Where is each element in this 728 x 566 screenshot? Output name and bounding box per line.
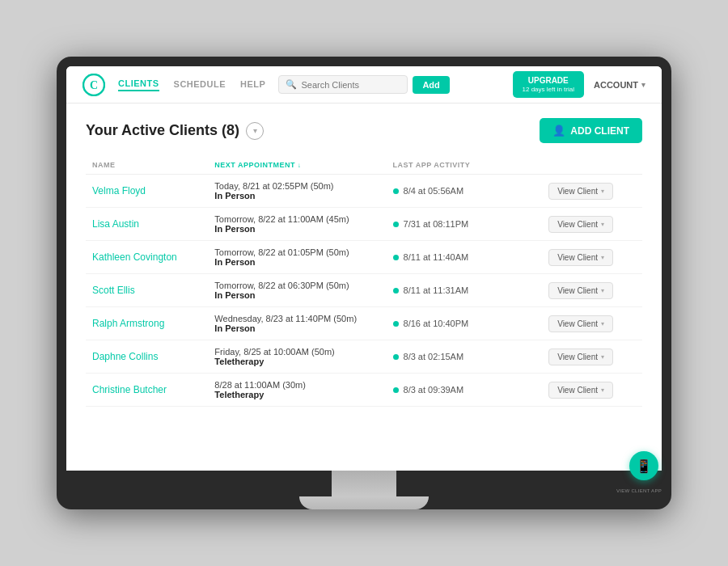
client-name-link[interactable]: Velma Floyd bbox=[92, 185, 146, 196]
activity-dot bbox=[393, 255, 399, 260]
appointment-type: In Person bbox=[214, 257, 379, 267]
view-client-label: View Client bbox=[557, 187, 598, 196]
view-client-button[interactable]: View Client ▾ bbox=[548, 249, 613, 266]
action-cell: View Client ▾ bbox=[542, 175, 642, 208]
action-cell: View Client ▾ bbox=[542, 208, 642, 241]
search-container: 🔍 bbox=[278, 75, 408, 94]
appointment-type: Teletherapy bbox=[214, 390, 379, 399]
nav-clients[interactable]: CLIENTS bbox=[118, 78, 159, 91]
col-header-activity: LAST APP ACTIVITY bbox=[387, 156, 543, 175]
nav-help[interactable]: HELP bbox=[240, 79, 265, 91]
col-header-action bbox=[542, 156, 642, 175]
view-client-label: View Client bbox=[557, 253, 598, 262]
main-content: Your Active Clients (8) ▾ 👤 ADD CLIENT N… bbox=[66, 103, 662, 471]
client-name-link[interactable]: Daphne Collins bbox=[92, 351, 158, 362]
table-row: Daphne Collins Friday, 8/25 at 10:00AM (… bbox=[86, 340, 642, 374]
search-icon: 🔍 bbox=[286, 79, 297, 90]
activity-time: 8/3 at 09:39AM bbox=[404, 385, 464, 395]
appointment-cell: 8/28 at 11:00AM (30m) Teletherapy bbox=[208, 374, 386, 407]
monitor-stand-base bbox=[299, 496, 429, 509]
activity-time: 8/4 at 05:56AM bbox=[404, 186, 464, 196]
page-header: Your Active Clients (8) ▾ 👤 ADD CLIENT bbox=[86, 118, 642, 143]
table-row: Ralph Armstrong Wednesday, 8/23 at 11:40… bbox=[86, 307, 642, 340]
activity-cell: 8/11 at 11:31AM bbox=[387, 274, 543, 307]
view-client-button[interactable]: View Client ▾ bbox=[548, 183, 613, 200]
client-name-link[interactable]: Ralph Armstrong bbox=[92, 318, 164, 329]
activity-dot bbox=[393, 354, 399, 360]
view-client-button[interactable]: View Client ▾ bbox=[548, 382, 613, 399]
action-cell: View Client ▾ bbox=[542, 274, 642, 307]
table-row: Scott Ellis Tomorrow, 8/22 at 06:30PM (5… bbox=[86, 274, 642, 307]
view-client-button[interactable]: View Client ▾ bbox=[548, 348, 613, 365]
view-client-chevron-icon: ▾ bbox=[601, 320, 604, 327]
activity-cell: 7/31 at 08:11PM bbox=[387, 208, 543, 241]
view-client-chevron-icon: ▾ bbox=[601, 287, 604, 294]
view-client-button[interactable]: View Client ▾ bbox=[548, 282, 613, 299]
activity-dot bbox=[393, 387, 399, 393]
client-name-cell: Velma Floyd bbox=[86, 175, 208, 208]
account-label: ACCOUNT bbox=[594, 80, 638, 90]
appointment-cell: Tomorrow, 8/22 at 06:30PM (50m) In Perso… bbox=[208, 274, 386, 307]
search-input[interactable] bbox=[301, 80, 400, 90]
view-client-chevron-icon: ▾ bbox=[601, 254, 604, 261]
view-client-label: View Client bbox=[557, 220, 598, 229]
title-dropdown-button[interactable]: ▾ bbox=[246, 122, 264, 140]
svg-text:C: C bbox=[90, 79, 98, 91]
table-header-row: NAME NEXT APPOINTMENT LAST APP ACTIVITY bbox=[86, 156, 642, 175]
activity-cell: 8/3 at 09:39AM bbox=[387, 374, 543, 407]
person-icon: 👤 bbox=[552, 125, 565, 137]
view-client-label: View Client bbox=[557, 386, 598, 395]
page-title: Your Active Clients (8) bbox=[86, 122, 239, 139]
monitor-shell: C CLIENTS SCHEDULE HELP 🔍 Add UPGRADE 12… bbox=[57, 57, 671, 509]
add-button[interactable]: Add bbox=[413, 76, 449, 94]
activity-cell: 8/4 at 05:56AM bbox=[387, 175, 543, 208]
appointment-type: In Person bbox=[214, 191, 379, 201]
add-client-button[interactable]: 👤 ADD CLIENT bbox=[540, 118, 642, 143]
client-name-link[interactable]: Scott Ellis bbox=[92, 285, 135, 296]
upgrade-button[interactable]: UPGRADE 12 days left in trial bbox=[513, 71, 584, 98]
view-client-label: View Client bbox=[557, 319, 598, 328]
client-name-cell: Ralph Armstrong bbox=[86, 307, 208, 340]
appointment-type: In Person bbox=[214, 290, 379, 300]
view-client-button[interactable]: View Client ▾ bbox=[548, 315, 613, 332]
appointment-time: Today, 8/21 at 02:55PM (50m) bbox=[214, 181, 379, 191]
action-cell: View Client ▾ bbox=[542, 241, 642, 274]
activity-dot bbox=[393, 188, 399, 194]
client-name-cell: Daphne Collins bbox=[86, 340, 208, 374]
activity-cell: 8/11 at 11:40AM bbox=[387, 241, 543, 274]
table-row: Velma Floyd Today, 8/21 at 02:55PM (50m)… bbox=[86, 175, 642, 208]
table-row: Kathleen Covington Tomorrow, 8/22 at 01:… bbox=[86, 241, 642, 274]
activity-time: 8/11 at 11:31AM bbox=[404, 285, 469, 295]
view-client-chevron-icon: ▾ bbox=[601, 386, 604, 394]
monitor-screen: C CLIENTS SCHEDULE HELP 🔍 Add UPGRADE 12… bbox=[66, 66, 662, 471]
client-name-link[interactable]: Lisa Austin bbox=[92, 218, 139, 230]
view-client-chevron-icon: ▾ bbox=[601, 353, 604, 361]
phone-icon: 📱 bbox=[636, 458, 652, 471]
client-name-link[interactable]: Christine Butcher bbox=[92, 384, 167, 395]
view-client-label: View Client bbox=[557, 353, 598, 361]
nav-schedule[interactable]: SCHEDULE bbox=[174, 79, 226, 91]
activity-dot bbox=[393, 288, 399, 294]
appointment-cell: Today, 8/21 at 02:55PM (50m) In Person bbox=[208, 175, 386, 208]
action-cell: View Client ▾ bbox=[542, 340, 642, 374]
appointment-time: 8/28 at 11:00AM (30m) bbox=[214, 380, 379, 390]
col-header-name: NAME bbox=[86, 156, 208, 175]
table-row: Lisa Austin Tomorrow, 8/22 at 11:00AM (4… bbox=[86, 208, 642, 241]
col-header-appointment[interactable]: NEXT APPOINTMENT bbox=[208, 156, 386, 175]
appointment-type: Teletherapy bbox=[214, 357, 379, 366]
table-row: Christine Butcher 8/28 at 11:00AM (30m) … bbox=[86, 374, 642, 407]
account-menu[interactable]: ACCOUNT ▾ bbox=[594, 80, 645, 90]
appointment-type: In Person bbox=[214, 323, 379, 333]
monitor-stand-neck bbox=[332, 471, 396, 496]
view-client-chevron-icon: ▾ bbox=[601, 221, 604, 228]
activity-time: 7/31 at 08:11PM bbox=[404, 219, 469, 229]
activity-time: 8/11 at 11:40AM bbox=[404, 252, 469, 262]
page-title-group: Your Active Clients (8) ▾ bbox=[86, 122, 264, 140]
view-client-button[interactable]: View Client ▾ bbox=[548, 216, 613, 233]
activity-dot bbox=[393, 321, 399, 327]
nav-links: CLIENTS SCHEDULE HELP bbox=[118, 78, 265, 91]
chevron-down-icon: ▾ bbox=[253, 126, 257, 135]
appointment-type: In Person bbox=[214, 224, 379, 234]
app-logo[interactable]: C bbox=[83, 74, 105, 96]
client-name-link[interactable]: Kathleen Covington bbox=[92, 251, 177, 263]
